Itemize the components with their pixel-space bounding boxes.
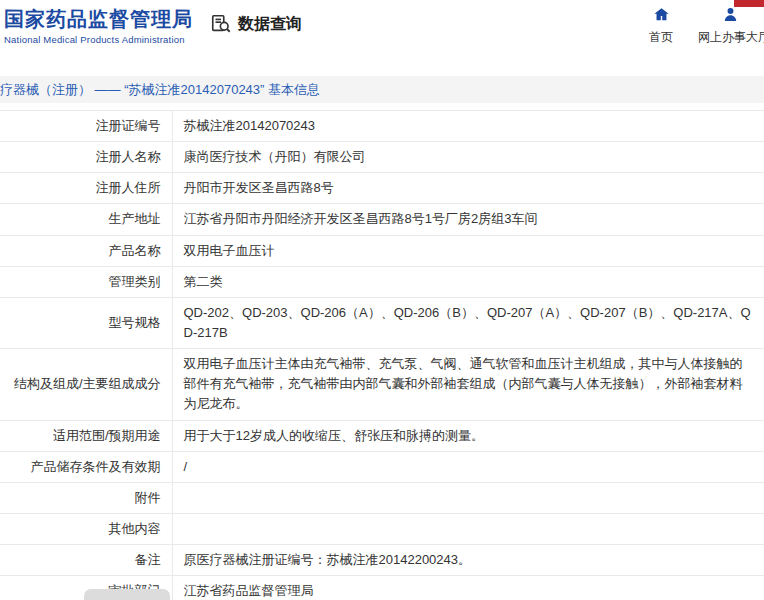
bottom-widget-remnant xyxy=(84,589,170,600)
table-row: 注册证编号苏械注准20142070243 xyxy=(0,111,764,142)
field-label: 产品储存条件及有效期 xyxy=(0,451,172,482)
table-row: 适用范围/预期用途用于大于12岁成人的收缩压、舒张压和脉搏的测量。 xyxy=(0,420,764,451)
data-query-nav[interactable]: 数据查询 xyxy=(210,13,302,35)
table-row: 结构及组成/主要组成成分双用电子血压计主体由充气袖带、充气泵、气阀、通气软管和血… xyxy=(0,349,764,420)
field-label: 备注 xyxy=(0,545,172,576)
field-value xyxy=(172,513,764,544)
magnifier-document-icon xyxy=(210,13,232,35)
table-row: 其他内容 xyxy=(0,513,764,544)
field-value: 苏械注准20142070243 xyxy=(172,111,764,142)
home-icon xyxy=(653,6,670,23)
field-value: / xyxy=(172,451,764,482)
field-value: 用于大于12岁成人的收缩压、舒张压和脉搏的测量。 xyxy=(172,420,764,451)
field-label: 型号规格 xyxy=(0,297,172,348)
field-label: 生产地址 xyxy=(0,204,172,235)
table-row: 生产地址江苏省丹阳市丹阳经济开发区圣昌西路8号1号厂房2房组3车间 xyxy=(0,204,764,235)
field-value: 原医疗器械注册证编号：苏械注准20142200243。 xyxy=(172,545,764,576)
registration-info-table: 注册证编号苏械注准20142070243注册人名称康尚医疗技术（丹阳）有限公司注… xyxy=(0,110,764,600)
nav-online-hall[interactable]: 网上办事大厅 xyxy=(698,6,762,46)
table-row: 型号规格QD-202、QD-203、QD-206（A）、QD-206（B）、QD… xyxy=(0,297,764,348)
field-value: 双用电子血压计 xyxy=(172,235,764,266)
table-row: 注册人住所丹阳市开发区圣昌西路8号 xyxy=(0,173,764,204)
person-icon xyxy=(722,6,739,23)
field-value: QD-202、QD-203、QD-206（A）、QD-206（B）、QD-207… xyxy=(172,297,764,348)
table-row: 附件 xyxy=(0,482,764,513)
nav-home-label: 首页 xyxy=(645,29,677,46)
field-value: 双用电子血压计主体由充气袖带、充气泵、气阀、通气软管和血压计主机组成，其中与人体… xyxy=(172,349,764,420)
breadcrumb-text: 医疗器械（注册） —— “苏械注准20142070243” 基本信息 xyxy=(0,81,320,99)
table-row: 注册人名称康尚医疗技术（丹阳）有限公司 xyxy=(0,142,764,173)
field-value: 康尚医疗技术（丹阳）有限公司 xyxy=(172,142,764,173)
header: 国家药品监督管理局 National Medical Products Admi… xyxy=(0,0,764,57)
field-value: 江苏省药品监督管理局 xyxy=(172,576,764,600)
nav-hall-label: 网上办事大厅 xyxy=(698,29,762,46)
info-table-body: 注册证编号苏械注准20142070243注册人名称康尚医疗技术（丹阳）有限公司注… xyxy=(0,111,764,600)
data-query-title: 数据查询 xyxy=(238,14,302,35)
field-label: 结构及组成/主要组成成分 xyxy=(0,349,172,420)
field-label: 其他内容 xyxy=(0,513,172,544)
field-value: 第二类 xyxy=(172,266,764,297)
field-label: 管理类别 xyxy=(0,266,172,297)
corner-red-decoration xyxy=(734,0,764,7)
logo-title: 国家药品监督管理局 xyxy=(4,7,193,31)
table-row: 产品名称双用电子血压计 xyxy=(0,235,764,266)
field-value: 江苏省丹阳市丹阳经济开发区圣昌西路8号1号厂房2房组3车间 xyxy=(172,204,764,235)
field-label: 注册人名称 xyxy=(0,142,172,173)
breadcrumb: 医疗器械（注册） —— “苏械注准20142070243” 基本信息 xyxy=(0,76,764,103)
field-value: 丹阳市开发区圣昌西路8号 xyxy=(172,173,764,204)
table-row: 管理类别第二类 xyxy=(0,266,764,297)
nav-home[interactable]: 首页 xyxy=(645,6,677,46)
field-label: 适用范围/预期用途 xyxy=(0,420,172,451)
nmpa-logo: 国家药品监督管理局 National Medical Products Admi… xyxy=(4,7,193,45)
field-label: 附件 xyxy=(0,482,172,513)
field-label: 注册证编号 xyxy=(0,111,172,142)
table-row: 备注原医疗器械注册证编号：苏械注准20142200243。 xyxy=(0,545,764,576)
field-value xyxy=(172,482,764,513)
field-label: 产品名称 xyxy=(0,235,172,266)
field-label: 注册人住所 xyxy=(0,173,172,204)
table-row: 产品储存条件及有效期/ xyxy=(0,451,764,482)
logo-subtitle: National Medical Products Administration xyxy=(4,34,193,45)
